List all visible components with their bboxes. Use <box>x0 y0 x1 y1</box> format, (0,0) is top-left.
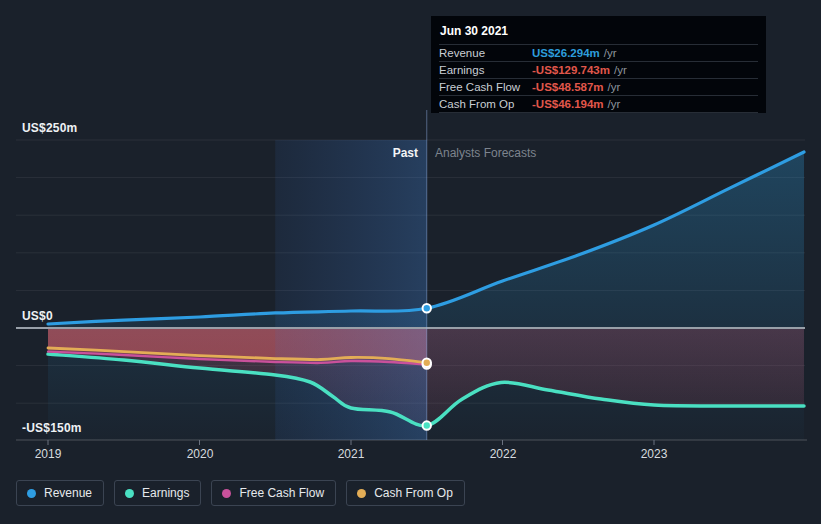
earnings-dot-icon <box>125 489 134 498</box>
tooltip-value: -US$46.194m <box>532 98 604 110</box>
tooltip-value: -US$48.587m <box>532 81 604 93</box>
legend-item-free-cash-flow[interactable]: Free Cash Flow <box>211 480 336 506</box>
chart-tooltip: Jun 30 2021 Revenue US$26.294m /yr Earni… <box>431 16 766 113</box>
legend-item-revenue[interactable]: Revenue <box>16 480 104 506</box>
tooltip-row-revenue: Revenue US$26.294m /yr <box>439 44 758 61</box>
past-region-label: Past <box>268 146 418 160</box>
tooltip-unit: /yr <box>608 98 621 110</box>
tooltip-label: Free Cash Flow <box>439 81 532 93</box>
tooltip-unit: /yr <box>614 64 627 76</box>
x-axis-label-2019: 2019 <box>18 447 78 461</box>
legend-label: Free Cash Flow <box>239 486 324 500</box>
tooltip-label: Earnings <box>439 64 532 76</box>
legend-label: Cash From Op <box>374 486 453 500</box>
y-axis-label-250m: US$250m <box>22 121 77 135</box>
tooltip-label: Cash From Op <box>439 98 532 110</box>
x-axis-label-2021: 2021 <box>321 447 381 461</box>
tooltip-value: US$26.294m <box>532 47 600 59</box>
tooltip-unit: /yr <box>604 47 617 59</box>
y-axis-label-0: US$0 <box>22 309 53 323</box>
legend-label: Earnings <box>142 486 189 500</box>
tooltip-label: Revenue <box>439 47 532 59</box>
free-cash-flow-dot-icon <box>222 489 231 498</box>
forecast-region-label: Analysts Forecasts <box>435 146 536 160</box>
tooltip-row-earnings: Earnings -US$129.743m /yr <box>439 61 758 78</box>
chart-legend: Revenue Earnings Free Cash Flow Cash Fro… <box>16 480 465 506</box>
cash-from-op-dot-icon <box>357 489 366 498</box>
tooltip-date-title: Jun 30 2021 <box>439 21 758 44</box>
tooltip-row-free-cash-flow: Free Cash Flow -US$48.587m /yr <box>439 78 758 95</box>
x-axis-label-2023: 2023 <box>624 447 684 461</box>
tooltip-row-cash-from-op: Cash From Op -US$46.194m /yr <box>439 95 758 113</box>
earnings-revenue-chart-widget: US$250m US$0 -US$150m Past Analysts Fore… <box>0 0 821 524</box>
legend-item-cash-from-op[interactable]: Cash From Op <box>346 480 465 506</box>
legend-item-earnings[interactable]: Earnings <box>114 480 201 506</box>
tooltip-value: -US$129.743m <box>532 64 610 76</box>
x-axis-label-2020: 2020 <box>170 447 230 461</box>
x-axis-label-2022: 2022 <box>473 447 533 461</box>
revenue-dot-icon <box>27 489 36 498</box>
y-axis-label-neg150m: -US$150m <box>22 421 82 435</box>
legend-label: Revenue <box>44 486 92 500</box>
tooltip-unit: /yr <box>608 81 621 93</box>
